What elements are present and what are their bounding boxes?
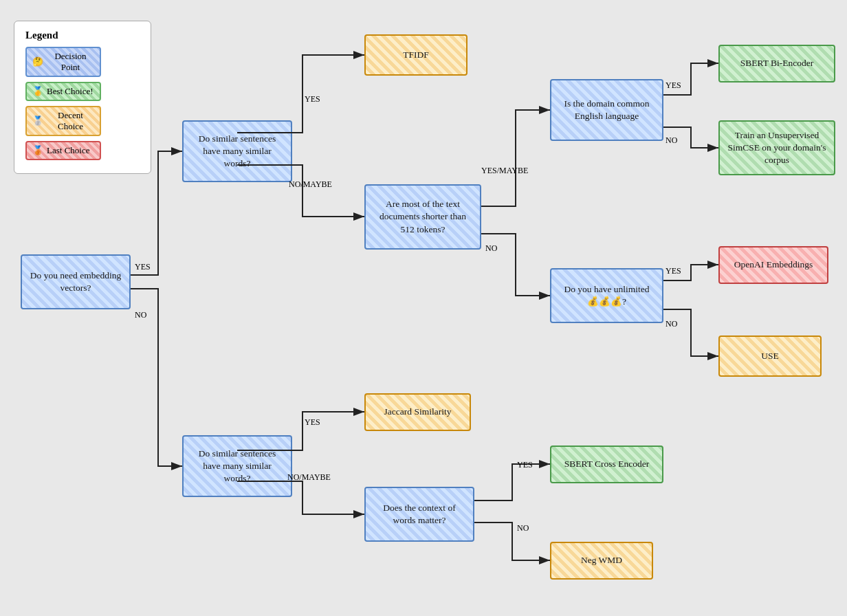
- node-use: USE: [718, 336, 822, 377]
- node-sbert-cross: SBERT Cross Encoder: [550, 446, 663, 483]
- svg-text:YES: YES: [305, 94, 320, 104]
- svg-text:YES: YES: [666, 80, 681, 90]
- legend-decent-box: 🥈 Decent Choice: [25, 106, 101, 136]
- svg-text:YES: YES: [135, 262, 151, 272]
- decision-emoji: 🤔: [32, 56, 43, 67]
- node-context: Does the context of words matter?: [364, 487, 474, 542]
- svg-text:NO/MAYBE: NO/MAYBE: [289, 179, 332, 189]
- node-tfidf: TFIDF: [364, 34, 468, 76]
- node-similar2: Do similar sentences have many similar w…: [182, 435, 292, 497]
- svg-text:NO/MAYBE: NO/MAYBE: [287, 472, 331, 482]
- svg-text:NO: NO: [666, 319, 678, 329]
- last-emoji: 🥉: [32, 145, 43, 156]
- svg-text:NO: NO: [485, 243, 498, 253]
- legend-title: Legend: [25, 30, 140, 41]
- node-domain: Is the domain common English language: [550, 79, 663, 141]
- svg-text:YES: YES: [305, 417, 320, 427]
- legend-item-decent: 🥈 Decent Choice: [25, 106, 140, 136]
- node-simcse: Train an Unsupervised SimCSE on your dom…: [718, 120, 835, 175]
- svg-text:YES/MAYBE: YES/MAYBE: [481, 166, 528, 175]
- node-similar1: Do similar sentences have many similar w…: [182, 120, 292, 182]
- node-openai: OpenAI Embeddings: [718, 246, 828, 284]
- best-emoji: 🥇: [32, 86, 43, 97]
- legend-item-best: 🥇 Best Choice!: [25, 82, 140, 101]
- legend-last-box: 🥉 Last Choice: [25, 141, 101, 160]
- node-embedding: Do you need embedding vectors?: [21, 254, 131, 309]
- svg-text:YES: YES: [517, 460, 533, 470]
- legend-best-box: 🥇 Best Choice!: [25, 82, 101, 101]
- legend: Legend 🤔 Decision Point 🥇 Best Choice! 🥈…: [14, 21, 151, 174]
- decent-emoji: 🥈: [32, 116, 43, 126]
- node-sbert-bi: SBERT Bi-Encoder: [718, 45, 835, 82]
- legend-decision-box: 🤔 Decision Point: [25, 47, 101, 77]
- node-jaccard: Jaccard Similarity: [364, 393, 471, 431]
- svg-text:NO: NO: [135, 310, 147, 320]
- node-neg-wmd: Neg WMD: [550, 542, 653, 580]
- node-shorter: Are most of the text documents shorter t…: [364, 184, 481, 250]
- svg-text:NO: NO: [517, 523, 529, 533]
- svg-text:YES: YES: [666, 266, 681, 276]
- legend-item-decision: 🤔 Decision Point: [25, 47, 140, 77]
- svg-text:NO: NO: [666, 135, 678, 145]
- flowchart-diagram: Legend 🤔 Decision Point 🥇 Best Choice! 🥈…: [0, 0, 847, 616]
- node-money: Do you have unlimited 💰💰💰?: [550, 268, 663, 323]
- legend-item-last: 🥉 Last Choice: [25, 141, 140, 160]
